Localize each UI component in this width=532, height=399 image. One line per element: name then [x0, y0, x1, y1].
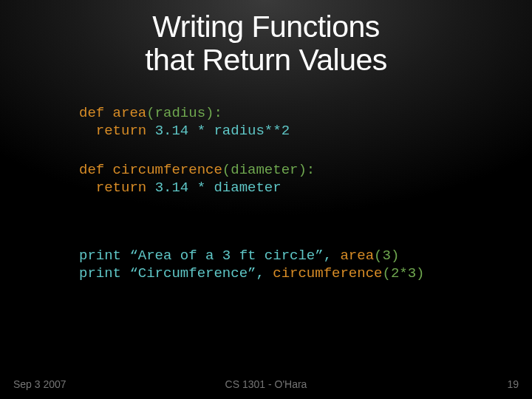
expr: 3.14 * diameter	[155, 180, 282, 196]
print-text: print “Area of a 3 ft circle”,	[79, 248, 340, 264]
call-args: (2*3)	[382, 265, 424, 282]
footer-course: CS 1301 - O'Hara	[0, 378, 532, 390]
title-line-2: that Return Values	[145, 43, 387, 77]
expr: 3.14 * radius**2	[155, 123, 290, 139]
slide-title: Writing Functions that Return Values	[0, 0, 532, 77]
kw-return: return	[79, 123, 155, 139]
code-circumference-function: def circumference(diameter): return 3.14…	[79, 162, 315, 197]
footer-page-number: 19	[507, 378, 519, 390]
kw-return: return	[79, 180, 155, 196]
print-text: print “Circumference”,	[79, 265, 273, 282]
kw-def: def area	[79, 105, 146, 121]
title-line-1: Writing Functions	[152, 10, 379, 44]
params: (radius):	[146, 105, 222, 121]
slide: Writing Functions that Return Values def…	[0, 0, 532, 399]
call-args: (3)	[374, 248, 399, 264]
kw-def: def circumference	[79, 162, 222, 178]
call-name: area	[340, 248, 374, 264]
call-name: circumference	[273, 265, 382, 282]
code-area-function: def area(radius): return 3.14 * radius**…	[79, 105, 290, 140]
params: (diameter):	[222, 162, 315, 178]
code-print-calls: print “Area of a 3 ft circle”, area(3) p…	[79, 248, 425, 283]
